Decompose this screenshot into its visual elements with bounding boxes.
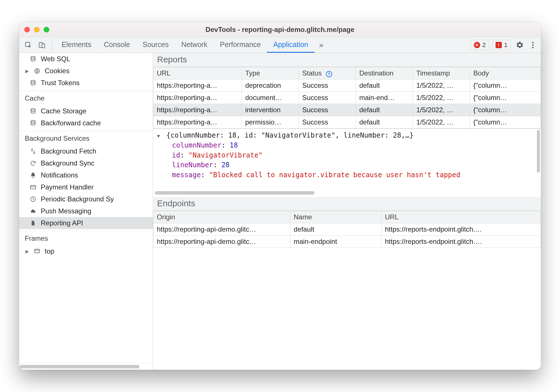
table-row[interactable]: https://reporting-a… intervention Succes… — [153, 104, 541, 116]
tab-performance[interactable]: Performance — [214, 37, 267, 53]
device-toolbar-icon[interactable] — [36, 39, 48, 51]
report-body-preview[interactable]: ▼ {columnNumber: 18, id: "NavigatorVibra… — [153, 128, 541, 197]
sidebar-item-notifications[interactable]: Notifications — [19, 169, 153, 181]
sidebar-item-cache-storage[interactable]: Cache Storage — [19, 105, 153, 117]
svg-point-5 — [532, 47, 533, 48]
sidebar-item-label: Cache Storage — [41, 107, 86, 115]
updown-icon — [29, 148, 37, 155]
svg-point-9 — [37, 70, 38, 70]
more-tabs-icon[interactable]: » — [316, 40, 327, 50]
error-count: 2 — [482, 41, 486, 49]
storage-group: Web SQL ▶ Cookies Trust Tokens — [19, 53, 153, 91]
disclosure-triangle-icon[interactable]: ▶ — [25, 68, 29, 74]
svg-rect-17 — [35, 249, 40, 253]
titlebar: DevTools - reporting-api-demo.glitch.me/… — [19, 22, 541, 37]
clock-icon — [29, 195, 37, 203]
col-name[interactable]: Name — [290, 211, 382, 223]
sidebar-item-bg-sync[interactable]: Background Sync — [19, 157, 153, 169]
svg-point-3 — [532, 42, 533, 43]
devtools-window: DevTools - reporting-api-demo.glitch.me/… — [19, 22, 541, 370]
scrollbar-thumb[interactable] — [20, 365, 139, 368]
issue-count: 1 — [504, 41, 508, 49]
endpoints-panel-title: Endpoints — [153, 197, 541, 211]
table-row[interactable]: https://reporting-a… deprecation Success… — [153, 79, 541, 92]
sidebar-item-periodic-bg-sync[interactable]: Periodic Background Sy — [19, 193, 153, 205]
sidebar-item-reporting-api[interactable]: Reporting API — [19, 217, 153, 229]
error-icon: ✕ — [474, 42, 480, 48]
database-icon — [29, 55, 37, 63]
table-row[interactable]: https://reporting-a… permissio… Success … — [153, 116, 541, 128]
svg-point-7 — [35, 69, 40, 74]
scrollbar-thumb[interactable] — [537, 130, 540, 173]
sidebar-item-cookies[interactable]: ▶ Cookies — [19, 65, 153, 77]
col-destination[interactable]: Destination — [356, 67, 413, 79]
scrollbar-thumb[interactable] — [155, 191, 315, 195]
svg-point-13 — [31, 109, 35, 110]
reports-panel-title: Reports — [153, 53, 541, 67]
tab-sources[interactable]: Sources — [136, 37, 175, 53]
content-pane: Reports URL Type Status ? Destination Ti… — [153, 53, 541, 370]
sidebar-item-bg-fetch[interactable]: Background Fetch — [19, 145, 153, 157]
settings-icon[interactable] — [513, 41, 527, 49]
bell-icon — [29, 172, 37, 179]
sidebar-item-web-sql[interactable]: Web SQL — [19, 53, 153, 65]
reports-table: URL Type Status ? Destination Timestamp … — [153, 67, 541, 128]
database-icon — [29, 119, 37, 127]
sidebar-section-frames: Frames — [19, 231, 153, 245]
sidebar-item-label: top — [45, 247, 54, 255]
sidebar-item-frame-top[interactable]: ▶ top — [19, 245, 153, 257]
svg-point-11 — [36, 72, 37, 72]
help-icon[interactable]: ? — [326, 71, 332, 77]
issues-badge[interactable]: ! 1 — [492, 40, 511, 50]
sidebar-section-bgservices: Background Services — [19, 131, 153, 145]
application-sidebar: Web SQL ▶ Cookies Trust Tokens Cache — [19, 53, 153, 370]
svg-rect-2 — [42, 44, 45, 48]
table-row[interactable]: https://reporting-api-demo.glitc… main-e… — [153, 236, 541, 248]
sidebar-section-cache: Cache — [19, 91, 153, 105]
col-body[interactable]: Body — [470, 67, 541, 79]
inspect-element-icon[interactable] — [22, 39, 35, 51]
svg-point-10 — [38, 71, 38, 72]
window-title: DevTools - reporting-api-demo.glitch.me/… — [24, 26, 536, 34]
col-timestamp[interactable]: Timestamp — [413, 67, 470, 79]
sidebar-item-label: Trust Tokens — [41, 79, 80, 87]
svg-point-14 — [31, 121, 35, 122]
sidebar-item-label: Push Messaging — [41, 207, 91, 215]
col-url[interactable]: URL — [382, 211, 541, 223]
tab-network[interactable]: Network — [175, 37, 214, 53]
disclosure-triangle-icon[interactable]: ▶ — [25, 249, 29, 254]
sidebar-item-push-messaging[interactable]: Push Messaging — [19, 205, 153, 217]
tab-application[interactable]: Application — [267, 37, 314, 53]
sidebar-item-label: Background Fetch — [41, 147, 96, 155]
credit-card-icon — [29, 183, 37, 191]
svg-point-4 — [532, 44, 533, 46]
sidebar-item-label: Web SQL — [41, 55, 70, 63]
tab-console[interactable]: Console — [98, 37, 136, 53]
preview-vertical-scrollbar[interactable] — [536, 130, 540, 191]
sidebar-item-label: Cookies — [45, 67, 70, 75]
disclosure-triangle-icon[interactable]: ▼ — [157, 133, 162, 139]
col-origin[interactable]: Origin — [153, 211, 290, 223]
sidebar-item-bf-cache[interactable]: Back/forward cache — [19, 117, 153, 129]
sidebar-item-label: Notifications — [41, 171, 78, 179]
issue-icon: ! — [496, 42, 502, 48]
file-icon — [29, 219, 37, 227]
frame-icon — [33, 248, 41, 255]
sidebar-item-payment-handler[interactable]: Payment Handler — [19, 181, 153, 193]
preview-horizontal-scrollbar[interactable] — [155, 191, 539, 196]
svg-rect-15 — [31, 185, 36, 189]
database-icon — [29, 107, 37, 115]
col-status[interactable]: Status ? — [299, 67, 356, 79]
errors-badge[interactable]: ✕ 2 — [471, 40, 489, 50]
sidebar-horizontal-scrollbar[interactable] — [19, 363, 153, 370]
col-url[interactable]: URL — [153, 67, 242, 79]
tab-elements[interactable]: Elements — [55, 37, 98, 53]
svg-point-6 — [31, 56, 35, 58]
table-row[interactable]: https://reporting-a… document… Success m… — [153, 92, 541, 104]
object-summary: {columnNumber: 18, id: "NavigatorVibrate… — [166, 131, 413, 139]
more-menu-icon[interactable] — [528, 41, 538, 49]
sidebar-item-trust-tokens[interactable]: Trust Tokens — [19, 77, 153, 89]
table-row[interactable]: https://reporting-api-demo.glitc… defaul… — [153, 223, 541, 236]
col-type[interactable]: Type — [242, 67, 299, 79]
sidebar-item-label: Payment Handler — [41, 183, 94, 191]
